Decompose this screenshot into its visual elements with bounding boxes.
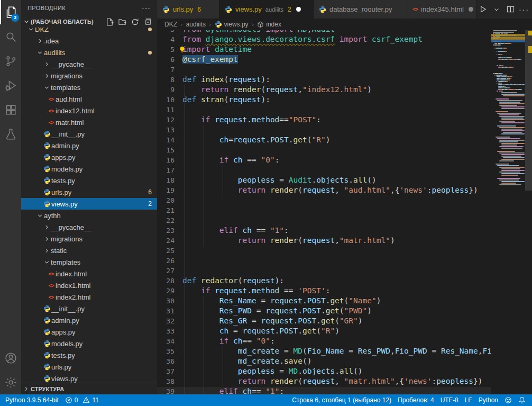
code-line-32[interactable]: 32 Res_GR = request.POST.get("GR") bbox=[157, 316, 491, 326]
modified-dot-icon[interactable] bbox=[296, 7, 301, 12]
search-icon[interactable] bbox=[0, 24, 21, 49]
tab-database_roouter.py[interactable]: database_roouter.py bbox=[314, 0, 407, 19]
code-line-17[interactable]: 17 bbox=[157, 165, 491, 175]
code-line-4[interactable]: 4from django.views.decorators.csrf impor… bbox=[157, 34, 491, 44]
tree-item-admin.py[interactable]: admin.py bbox=[21, 314, 157, 326]
breadcrumb-index[interactable]: index bbox=[257, 21, 281, 28]
extensions-icon[interactable] bbox=[0, 97, 21, 122]
tree-item-index2.html[interactable]: <>index2.html bbox=[21, 291, 157, 303]
encoding-setting[interactable]: UTF-8 bbox=[437, 394, 462, 406]
code-line-38[interactable]: 38 return render(request, "matr.html",{'… bbox=[157, 376, 491, 386]
tree-item-index12.html[interactable]: <>index12.html bbox=[21, 105, 157, 116]
tree-item-DKZ[interactable]: DKZ bbox=[21, 28, 157, 35]
code-line-34[interactable]: 34 if ch== "0": bbox=[157, 336, 491, 346]
code-line-30[interactable]: 30 Res_Name = request.POST.get("Name") bbox=[157, 296, 491, 306]
code-line-12[interactable]: 12 if request.method=="POST": bbox=[157, 115, 491, 125]
tree-item-index.html[interactable]: <>index.html bbox=[21, 268, 157, 279]
breadcrumb-DKZ[interactable]: DKZ bbox=[164, 21, 177, 28]
tree-item-tests.py[interactable]: tests.py bbox=[21, 175, 157, 186]
settings-gear-icon[interactable] bbox=[0, 370, 21, 394]
tree-item-templates[interactable]: templates bbox=[21, 256, 157, 268]
code-line-26[interactable]: 26 bbox=[157, 256, 491, 266]
tree-item-__init__.py[interactable]: __init__.py bbox=[21, 303, 157, 314]
tree-item-migrations[interactable]: migrations bbox=[21, 233, 157, 245]
code-line-9[interactable]: 9 return render(request,"index12.html") bbox=[157, 85, 491, 95]
outline-section-header[interactable]: СТРУКТУРА bbox=[21, 383, 157, 394]
tab-views.py[interactable]: views.pyaudiiits2 bbox=[219, 0, 314, 19]
code-line-36[interactable]: 36 md_create.save() bbox=[157, 356, 491, 366]
code-line-35[interactable]: 35 md_create = MD(Fio_Name = Res_PWD,Fio… bbox=[157, 346, 491, 356]
code-line-24[interactable]: 24 return render(request,"matr.html") bbox=[157, 236, 491, 246]
tree-item-views.py[interactable]: views.py2 bbox=[21, 198, 157, 210]
tree-item-migrations[interactable]: migrations bbox=[21, 70, 157, 82]
code-line-11[interactable]: 11 bbox=[157, 105, 491, 115]
code-line-31[interactable]: 31 Res_PWD = request.POST.get("PWD") bbox=[157, 306, 491, 316]
code-line-20[interactable]: 20 bbox=[157, 195, 491, 205]
cursor-position[interactable]: Строка 6, столбец 1 (выбрано 12) bbox=[289, 394, 395, 406]
tree-item-views.py[interactable]: views.py bbox=[21, 373, 157, 383]
collapse-all-icon[interactable] bbox=[143, 17, 152, 26]
code-editor[interactable]: 3from aythh.models import MD,Audit4from … bbox=[157, 30, 491, 394]
code-line-10[interactable]: 10def stran(request): bbox=[157, 95, 491, 105]
eol-setting[interactable]: LF bbox=[462, 394, 475, 406]
new-file-icon[interactable] bbox=[105, 17, 114, 26]
testing-icon[interactable] bbox=[0, 122, 21, 146]
tree-item-.idea[interactable]: .idea bbox=[21, 35, 157, 47]
tree-item-__init__.py[interactable]: __init__.py bbox=[21, 128, 157, 140]
minimap[interactable] bbox=[491, 30, 525, 394]
split-editor-icon[interactable] bbox=[505, 4, 516, 15]
breadcrumb-views.py[interactable]: views.py bbox=[215, 21, 249, 28]
tree-item-models.py[interactable]: models.py bbox=[21, 163, 157, 175]
accounts-icon[interactable] bbox=[0, 346, 21, 370]
code-line-19[interactable]: 19 return render(request, "aud.html",{'n… bbox=[157, 185, 491, 195]
code-line-27[interactable]: 27 bbox=[157, 266, 491, 276]
tree-item-matr.html[interactable]: <>matr.html bbox=[21, 116, 157, 128]
code-line-3[interactable]: 3from aythh.models import MD,Audit bbox=[157, 30, 491, 34]
run-options-icon[interactable] bbox=[491, 4, 502, 15]
tree-item-admin.py[interactable]: admin.py bbox=[21, 140, 157, 151]
code-line-28[interactable]: 28def redactor(request): bbox=[157, 276, 491, 286]
refresh-icon[interactable] bbox=[131, 17, 139, 26]
tab-index345.html[interactable]: <>index345.html bbox=[407, 0, 477, 19]
tree-item-__pycache__[interactable]: __pycache__ bbox=[21, 221, 157, 233]
run-debug-icon[interactable] bbox=[0, 73, 21, 97]
code-line-14[interactable]: 14 ch=request.POST.get("R") bbox=[157, 135, 491, 145]
code-line-33[interactable]: 33 ch = request.POST.get("R") bbox=[157, 326, 491, 336]
code-line-8[interactable]: 8def index(request): bbox=[157, 75, 491, 85]
tree-item-models.py[interactable]: models.py bbox=[21, 338, 157, 349]
tree-item-urls.py[interactable]: urls.py6 bbox=[21, 186, 157, 198]
modified-dot-icon[interactable] bbox=[469, 7, 473, 12]
code-line-16[interactable]: 16 if ch == "0": bbox=[157, 155, 491, 165]
lightbulb-icon[interactable] bbox=[178, 46, 186, 56]
code-line-21[interactable]: 21 bbox=[157, 205, 491, 215]
code-line-23[interactable]: 23 elif ch == "1": bbox=[157, 225, 491, 236]
language-mode[interactable]: Python bbox=[475, 394, 501, 406]
code-line-6[interactable]: 6@csrf_exempt bbox=[157, 55, 491, 65]
tree-item-audiiits[interactable]: audiiits bbox=[21, 47, 157, 58]
tree-item-apps.py[interactable]: apps.py bbox=[21, 326, 157, 338]
breadcrumb-audiiits[interactable]: audiiits bbox=[186, 21, 206, 28]
indentation-setting[interactable]: Пробелов: 4 bbox=[395, 394, 437, 406]
code-line-22[interactable]: 22 bbox=[157, 215, 491, 225]
tree-item-apps.py[interactable]: apps.py bbox=[21, 151, 157, 163]
code-line-39[interactable]: 39 elif ch== "1": bbox=[157, 386, 491, 394]
code-line-15[interactable]: 15 bbox=[157, 145, 491, 155]
code-line-18[interactable]: 18 peopless = Audit.objects.all() bbox=[157, 175, 491, 185]
source-control-icon[interactable] bbox=[0, 49, 21, 73]
code-line-25[interactable]: 25 bbox=[157, 246, 491, 256]
tree-item-urls.py[interactable]: urls.py bbox=[21, 361, 157, 373]
explorer-icon[interactable]: 3 bbox=[0, 0, 21, 24]
python-interpreter[interactable]: Python 3.9.5 64-bit bbox=[2, 394, 62, 406]
notifications-bell-icon[interactable] bbox=[515, 394, 529, 406]
code-line-5[interactable]: 5import datetime bbox=[157, 44, 491, 55]
code-line-37[interactable]: 37 peopless = MD.objects.all() bbox=[157, 366, 491, 376]
run-python-file-icon[interactable] bbox=[477, 4, 489, 15]
code-line-29[interactable]: 29 if request.method == 'POST': bbox=[157, 286, 491, 296]
problems-indicator[interactable]: 0 11 bbox=[62, 394, 102, 406]
tree-item-static[interactable]: static bbox=[21, 245, 157, 256]
workspace-section-header[interactable]: (РАБОЧАЯ ОБЛАСТЬ) ... bbox=[21, 16, 157, 28]
tree-item-__pycache__[interactable]: __pycache__ bbox=[21, 58, 157, 70]
scrollbar-thumb[interactable] bbox=[525, 30, 532, 191]
tree-item-templates[interactable]: templates bbox=[21, 82, 157, 93]
more-actions-icon[interactable]: ··· bbox=[518, 4, 530, 15]
